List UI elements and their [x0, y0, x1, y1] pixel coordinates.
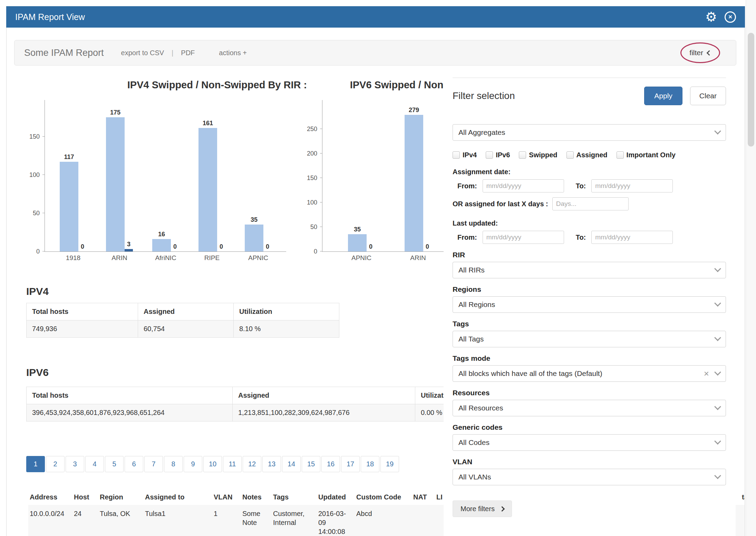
- record-cell: [412, 505, 435, 536]
- dropdown-value: All RIRs: [458, 266, 485, 274]
- record-cell: Tulsa1: [144, 505, 212, 536]
- filter-label-VLAN: VLAN: [453, 458, 726, 466]
- filter-label-Generic codes: Generic codes: [453, 423, 726, 431]
- page-button-19[interactable]: 19: [380, 456, 399, 472]
- filter-checkboxes: IPv4IPv6SwippedAssignedImportant Only: [453, 151, 726, 159]
- dropdown-RIR[interactable]: All RIRs: [453, 262, 726, 278]
- page-button-9[interactable]: 9: [184, 456, 202, 472]
- page-button-13[interactable]: 13: [262, 456, 281, 472]
- y-tick-mark: [320, 153, 322, 153]
- dropdown-Tags mode[interactable]: All blocks which have all of the tags (D…: [453, 365, 726, 382]
- close-icon[interactable]: ×: [725, 11, 736, 23]
- dropdown-value: All VLANs: [458, 473, 491, 481]
- checkbox-box[interactable]: [519, 151, 526, 159]
- checkbox-box[interactable]: [617, 151, 624, 159]
- aggregates-value: All Aggregates: [458, 128, 505, 137]
- pdf-link[interactable]: PDF: [181, 49, 195, 57]
- updated-to-input[interactable]: [591, 231, 673, 244]
- page-button-18[interactable]: 18: [361, 456, 379, 472]
- page-button-5[interactable]: 5: [105, 456, 124, 472]
- export-csv-link[interactable]: export to CSV: [121, 49, 164, 57]
- records-column-Notes: Notes: [241, 493, 272, 502]
- apply-button[interactable]: Apply: [644, 87, 682, 105]
- checkbox-box[interactable]: [453, 151, 460, 159]
- checkbox-box[interactable]: [486, 151, 493, 159]
- page-button-11[interactable]: 11: [223, 456, 242, 472]
- checkbox-label: Swipped: [529, 151, 557, 159]
- assignment-to-input[interactable]: [591, 179, 673, 192]
- clear-button[interactable]: Clear: [690, 87, 726, 105]
- dropdown-value: All Resources: [458, 404, 503, 412]
- scrollbar-track[interactable]: [746, 0, 756, 536]
- chevron-down-icon: [714, 369, 721, 376]
- dropdown-value: All Codes: [458, 438, 490, 447]
- filter-label-Tags: Tags: [453, 320, 726, 328]
- dropdown-value: All Regions: [458, 300, 495, 309]
- y-tick-mark: [42, 136, 45, 137]
- dropdown-Resources[interactable]: All Resources: [453, 400, 726, 416]
- content-panel: Some IPAM Report export to CSV | PDF act…: [6, 28, 745, 536]
- page-button-1[interactable]: 1: [26, 456, 45, 472]
- page-button-2[interactable]: 2: [46, 456, 65, 472]
- record-cell: Customer, Internal: [272, 505, 317, 536]
- page-button-16[interactable]: 16: [321, 456, 340, 472]
- checkbox-Important Only[interactable]: Important Only: [617, 151, 676, 159]
- checkbox-box[interactable]: [566, 151, 574, 159]
- y-tick-mark: [320, 178, 322, 178]
- records-column-Assigned to: Assigned to: [144, 493, 212, 502]
- page-button-3[interactable]: 3: [66, 456, 84, 472]
- page-button-7[interactable]: 7: [144, 456, 163, 472]
- more-filters-label: More filters: [461, 505, 495, 513]
- dropdown-value: All blocks which have all of the tags (D…: [458, 369, 602, 378]
- assignment-from-input[interactable]: [483, 179, 564, 192]
- y-tick-label: 0: [21, 248, 40, 255]
- chevron-right-icon: [500, 506, 505, 512]
- page-button-14[interactable]: 14: [282, 456, 301, 472]
- checkbox-label: Assigned: [576, 151, 608, 159]
- checkbox-IPv4[interactable]: IPv4: [453, 151, 477, 159]
- page-button-12[interactable]: 12: [243, 456, 261, 472]
- page-button-15[interactable]: 15: [302, 456, 320, 472]
- panel-divider: [453, 78, 726, 78]
- page-button-4[interactable]: 4: [85, 456, 104, 472]
- page-button-8[interactable]: 8: [164, 456, 183, 472]
- dropdown-Regions[interactable]: All Regions: [453, 296, 726, 313]
- x-axis-label: APNIC: [235, 254, 281, 262]
- y-tick-mark: [42, 175, 45, 175]
- bar-ARIN: [405, 115, 423, 251]
- filter-toggle[interactable]: filter: [689, 49, 711, 57]
- ipv4-chart-plot: 050100150117019181753ARIN160AfriNIC1610R…: [45, 100, 286, 252]
- updated-from-input[interactable]: [483, 231, 564, 244]
- y-tick-mark: [320, 251, 322, 251]
- page-button-6[interactable]: 6: [125, 456, 143, 472]
- filter-fields: RIRAll RIRsRegionsAll RegionsTagsAll Tag…: [453, 251, 726, 485]
- checkbox-label: IPv6: [496, 151, 510, 159]
- y-tick-label: 200: [298, 150, 317, 157]
- records-column-ta: ta: [740, 493, 745, 502]
- pagination: 12345678910111213141516171819: [26, 456, 399, 472]
- dropdown-VLAN[interactable]: All VLANs: [453, 469, 726, 485]
- clear-icon[interactable]: ×: [704, 370, 709, 377]
- checkbox-IPv6[interactable]: IPv6: [486, 151, 510, 159]
- scrollbar-thumb[interactable]: [748, 33, 754, 147]
- actions-menu[interactable]: actions +: [219, 49, 247, 57]
- filter-panel-header: Filter selection Apply Clear: [453, 86, 726, 106]
- more-filters-button[interactable]: More filters: [453, 500, 512, 517]
- ipv6-heading: IPV6: [26, 367, 49, 378]
- dropdown-Generic codes[interactable]: All Codes: [453, 434, 726, 451]
- gear-icon[interactable]: ⚙: [705, 10, 717, 23]
- bar-value-label: 0: [426, 243, 429, 250]
- filter-panel: Filter selection Apply Clear All Aggrega…: [444, 66, 736, 536]
- y-tick-mark: [320, 227, 322, 227]
- column-header: Assigned: [233, 387, 415, 404]
- table-cell: 1,213,851,100,282,309,624,987,676: [233, 404, 415, 421]
- checkbox-Assigned[interactable]: Assigned: [566, 151, 608, 159]
- bar-value-label: 279: [409, 107, 419, 114]
- aggregates-dropdown[interactable]: All Aggregates: [453, 124, 726, 141]
- page-button-10[interactable]: 10: [203, 456, 222, 472]
- dropdown-Tags[interactable]: All Tags: [453, 331, 726, 347]
- record-cell: [740, 505, 745, 536]
- page-button-17[interactable]: 17: [341, 456, 360, 472]
- checkbox-Swipped[interactable]: Swipped: [519, 151, 557, 159]
- days-input[interactable]: [552, 197, 629, 210]
